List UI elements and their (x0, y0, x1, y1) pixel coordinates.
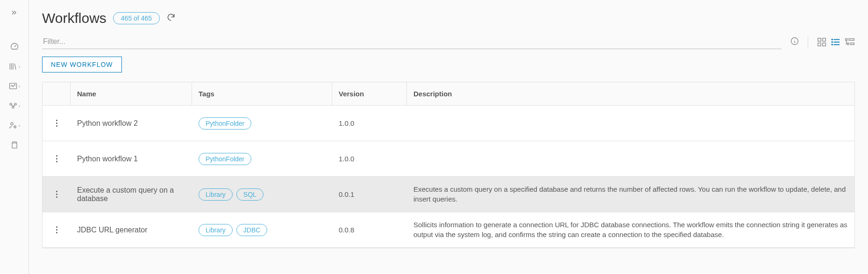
activity-icon (8, 81, 18, 91)
svg-point-16 (832, 44, 832, 44)
svg-rect-17 (846, 38, 847, 40)
row-version: 0.0.8 (332, 226, 407, 234)
separator (808, 36, 808, 49)
main-content: Workflows 465 of 465 NEW WORKFLOW Name (29, 0, 868, 274)
assets-icon (8, 101, 18, 110)
info-icon (790, 36, 799, 46)
tag-pill[interactable]: Library (199, 188, 233, 201)
col-name-header[interactable]: Name (71, 82, 192, 105)
col-actions (43, 82, 71, 105)
page-header: Workflows 465 of 465 (42, 10, 855, 26)
chevron-right-icon: › (19, 84, 20, 89)
row-tags: LibraryJDBC (192, 224, 332, 236)
row-version: 0.0.1 (332, 190, 407, 198)
list-icon (831, 37, 841, 47)
chevron-right-icon: › (19, 123, 20, 128)
row-tags: PythonFolder (192, 153, 332, 165)
row-actions-cell (43, 155, 71, 162)
sidebar-item-inventory[interactable] (10, 140, 19, 150)
tree-icon (845, 37, 855, 47)
chevron-right-icon: › (19, 64, 20, 69)
row-tags: LibrarySQL (192, 188, 332, 201)
new-workflow-button[interactable]: NEW WORKFLOW (42, 57, 122, 72)
row-actions-cell (43, 191, 71, 198)
svg-point-4 (11, 123, 13, 125)
row-description: Sollicits information to generate a conn… (407, 220, 854, 239)
table-header: Name Tags Version Description (43, 82, 854, 106)
row-tags: PythonFolder (192, 117, 332, 130)
page-title: Workflows (42, 10, 107, 26)
user-cog-icon (8, 121, 18, 130)
tag-pill[interactable]: SQL (236, 188, 263, 201)
row-actions-menu[interactable] (56, 120, 57, 127)
svg-rect-7 (818, 38, 821, 41)
table-row[interactable]: Python workflow 2PythonFolder1.0.0 (43, 106, 854, 141)
refresh-button[interactable] (166, 13, 176, 24)
row-name: JDBC URL generator (71, 226, 192, 234)
tag-pill[interactable]: PythonFolder (199, 117, 251, 130)
filter-input[interactable] (42, 35, 782, 49)
svg-point-5 (14, 126, 16, 128)
row-actions-cell (43, 226, 71, 233)
filter-row (42, 35, 855, 49)
row-description: Executes a custom query on a specified d… (407, 185, 854, 204)
sidebar-item-activity[interactable]: › (8, 81, 20, 91)
table-body: Python workflow 2PythonFolder1.0.0Python… (43, 106, 854, 248)
view-grid-button[interactable] (817, 37, 827, 47)
svg-rect-0 (9, 83, 16, 89)
tag-pill[interactable]: JDBC (236, 224, 268, 236)
gauge-icon (10, 42, 19, 51)
count-badge: 465 of 465 (113, 12, 160, 24)
table-row[interactable]: Python workflow 1PythonFolder1.0.0 (43, 141, 854, 177)
jar-icon (10, 140, 19, 150)
row-actions-menu[interactable] (56, 191, 57, 198)
view-toggles (817, 37, 855, 47)
row-name: Python workflow 1 (71, 155, 192, 163)
filter-info-button[interactable] (790, 36, 799, 48)
svg-rect-20 (851, 43, 854, 44)
sidebar-item-assets[interactable]: › (8, 101, 20, 110)
sidebar-item-dashboard[interactable] (10, 42, 19, 51)
sidebar-item-library[interactable]: › (8, 62, 20, 71)
table-row[interactable]: JDBC URL generatorLibraryJDBC0.0.8Sollic… (43, 212, 854, 248)
sidebar-item-admin[interactable]: › (8, 121, 20, 130)
row-actions-menu[interactable] (56, 155, 57, 162)
table-row[interactable]: Execute a custom query on a databaseLibr… (43, 177, 854, 212)
tag-pill[interactable]: Library (199, 224, 233, 236)
sidebar-expand-button[interactable] (10, 8, 19, 17)
col-description-header[interactable]: Description (407, 82, 854, 105)
row-actions-menu[interactable] (56, 226, 57, 233)
svg-rect-18 (849, 38, 854, 40)
svg-rect-9 (818, 43, 821, 45)
sidebar: › › › › (0, 0, 29, 274)
svg-rect-8 (823, 38, 825, 41)
refresh-icon (166, 13, 176, 22)
view-tree-button[interactable] (845, 37, 855, 47)
col-version-header[interactable]: Version (332, 82, 407, 105)
grid-icon (817, 37, 827, 47)
row-name: Execute a custom query on a database (71, 186, 192, 203)
chevron-right-icon: › (19, 103, 20, 108)
row-actions-cell (43, 120, 71, 127)
view-list-button[interactable] (831, 37, 841, 47)
svg-point-14 (832, 39, 832, 39)
row-name: Python workflow 2 (71, 119, 192, 128)
svg-rect-19 (847, 43, 849, 44)
books-icon (8, 62, 18, 71)
row-version: 1.0.0 (332, 119, 407, 127)
svg-rect-10 (823, 43, 825, 45)
workflows-table: Name Tags Version Description Python wor… (42, 82, 855, 248)
svg-point-15 (832, 42, 832, 42)
col-tags-header[interactable]: Tags (192, 82, 332, 105)
row-version: 1.0.0 (332, 155, 407, 163)
tag-pill[interactable]: PythonFolder (199, 153, 251, 165)
